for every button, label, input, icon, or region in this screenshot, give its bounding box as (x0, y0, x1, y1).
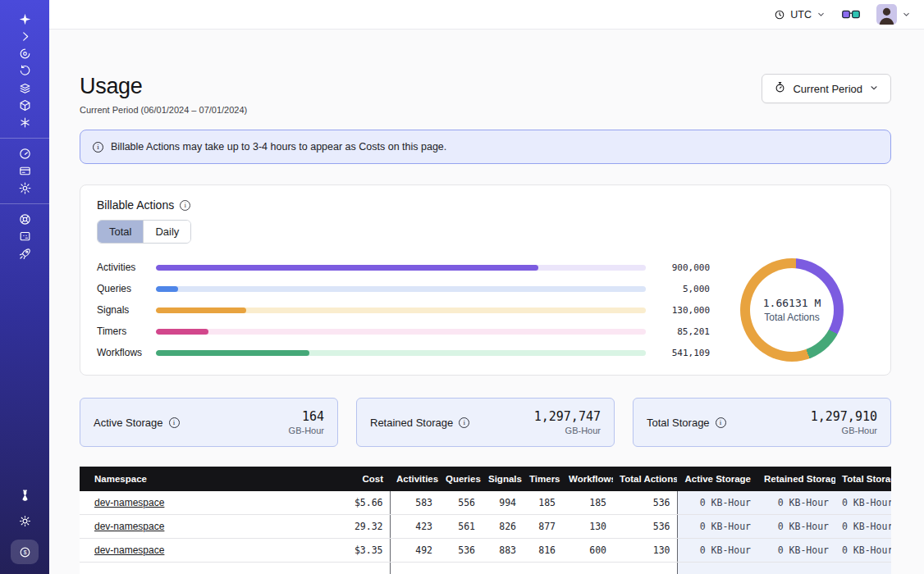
expand-sidebar-chevron-icon[interactable] (11, 28, 38, 45)
temporal-logo-icon[interactable] (11, 11, 38, 28)
support-lifebuoy-icon[interactable] (11, 211, 38, 228)
bar-row: Timers 85,201 (97, 326, 710, 337)
cell-retained-storage: 0 KB-Hour (757, 539, 835, 563)
cell-timers: 185 (523, 491, 562, 515)
page-title: Usage (80, 74, 247, 99)
storage-card: Total Storage 1,297,910 GB-Hour (633, 398, 891, 447)
namespace-link[interactable]: dev-namespace (94, 544, 164, 556)
cell-activities: 423 (390, 515, 439, 539)
storage-label-text: Retained Storage (370, 417, 453, 429)
storage-label-text: Active Storage (94, 417, 163, 429)
bar-value: 130,000 (659, 305, 710, 316)
cube-icon[interactable] (11, 97, 38, 114)
info-banner: Billable Actions may take up to 3-4 hour… (80, 130, 891, 164)
storage-summary-row: Active Storage 164 GB-Hour Retained Stor… (80, 398, 891, 447)
bar-fill (156, 350, 309, 356)
cell-total-storage: 0 KB-Hour (835, 515, 891, 539)
main-area: UTC Usage Current Period (06/01/2024 – 0… (49, 0, 924, 574)
labs-flask-icon[interactable] (11, 487, 38, 504)
info-icon[interactable] (459, 417, 469, 428)
timezone-selector[interactable]: UTC (774, 9, 826, 20)
bar-fill (156, 329, 208, 335)
cell-workflows: 600 (562, 539, 613, 563)
info-icon[interactable] (169, 417, 180, 428)
donut-total-value: 1.66131 M (763, 297, 821, 309)
asterisk-icon[interactable] (11, 114, 38, 131)
timezone-label: UTC (790, 9, 812, 20)
col-workflows: Workflows (562, 467, 613, 491)
user-menu[interactable] (876, 4, 911, 25)
cell-signals: 826 (482, 515, 523, 539)
table-row: dev-namespace 29.32 423 561 826 877 130 … (80, 515, 891, 539)
cell-signals: 994 (482, 491, 523, 515)
current-period-subtitle: Current Period (06/01/2024 – 07/01/2024) (80, 105, 247, 115)
bar-track (156, 350, 646, 356)
storage-value-number: 1,297,747 (534, 409, 601, 424)
gauge-icon[interactable] (11, 145, 38, 162)
donut-center: 1.66131 M Total Actions (740, 258, 844, 362)
page-content: Usage Current Period (06/01/2024 – 07/01… (49, 30, 924, 574)
cell-retained-storage: 0 KB-Hour (757, 515, 835, 539)
col-total-actions: Total Actions (613, 467, 677, 491)
clock-icon (774, 9, 785, 20)
usage-dollar-icon[interactable]: $ (11, 540, 39, 564)
tab-daily[interactable]: Daily (143, 221, 190, 243)
cell-workflows: 185 (562, 491, 613, 515)
billable-actions-card: Billable Actions Total Daily Activities (80, 184, 891, 376)
theme-sun-icon[interactable] (11, 512, 38, 530)
billable-chart: Activities 900,000 Queries (97, 258, 874, 362)
bar-fill (156, 286, 178, 292)
sidebar: $ (0, 0, 49, 574)
namespaces-spiral-icon[interactable] (11, 45, 38, 62)
storage-card-value: 1,297,910 GB-Hour (811, 409, 877, 435)
stopwatch-icon (774, 81, 786, 96)
bar-value: 85,201 (659, 326, 710, 337)
table-header: Namespace Cost Activities Queries Signal… (80, 467, 891, 491)
avatar (876, 4, 897, 25)
bar-track (156, 265, 646, 271)
glasses-icon[interactable] (842, 9, 860, 20)
storage-label-text: Total Storage (647, 417, 710, 429)
table-row-partial (80, 563, 891, 574)
storage-card: Retained Storage 1,297,747 GB-Hour (356, 398, 615, 447)
tab-total[interactable]: Total (98, 221, 143, 243)
retry-clock-icon[interactable] (11, 62, 38, 80)
bar-value: 5,000 (659, 284, 710, 294)
billing-card-icon[interactable] (11, 162, 38, 180)
col-queries: Queries (439, 467, 482, 491)
donut-chart: 1.66131 M Total Actions (740, 258, 844, 362)
feedback-monitor-icon[interactable] (11, 228, 38, 245)
settings-gear-icon[interactable] (11, 180, 38, 197)
storage-value-unit: GB-Hour (534, 426, 601, 435)
cell-cost: $3.35 (326, 539, 390, 563)
bar-value: 541,109 (659, 348, 710, 358)
chevron-down-icon (817, 10, 826, 19)
cell-signals: 883 (482, 539, 523, 563)
bar-track (156, 329, 646, 335)
topbar: UTC (49, 0, 924, 30)
col-active-storage: Active Storage (677, 467, 757, 491)
rocket-icon[interactable] (11, 245, 38, 262)
svg-text:$: $ (23, 549, 26, 555)
cell-timers: 816 (523, 539, 562, 563)
donut-total-label: Total Actions (764, 312, 819, 323)
cell-workflows: 130 (562, 515, 613, 539)
table-row: dev-namespace $5.66 583 556 994 185 185 … (80, 491, 891, 515)
storage-value-unit: GB-Hour (289, 426, 324, 435)
layers-icon[interactable] (11, 80, 38, 97)
cell-cost: 29.32 (326, 515, 390, 539)
cell-queries: 561 (439, 515, 482, 539)
cell-activities: 492 (390, 539, 439, 563)
namespace-link[interactable]: dev-namespace (94, 521, 164, 532)
billable-actions-title: Billable Actions (97, 198, 874, 212)
sidebar-divider (0, 203, 49, 204)
col-total-storage: Total Storage (835, 467, 891, 491)
storage-card-label: Retained Storage (370, 417, 469, 429)
col-namespace: Namespace (80, 467, 326, 491)
namespace-link[interactable]: dev-namespace (94, 497, 164, 508)
bar-track (156, 308, 646, 313)
col-signals: Signals (482, 467, 523, 491)
info-icon[interactable] (180, 200, 190, 211)
info-icon[interactable] (716, 417, 726, 428)
period-selector-button[interactable]: Current Period (762, 74, 891, 103)
